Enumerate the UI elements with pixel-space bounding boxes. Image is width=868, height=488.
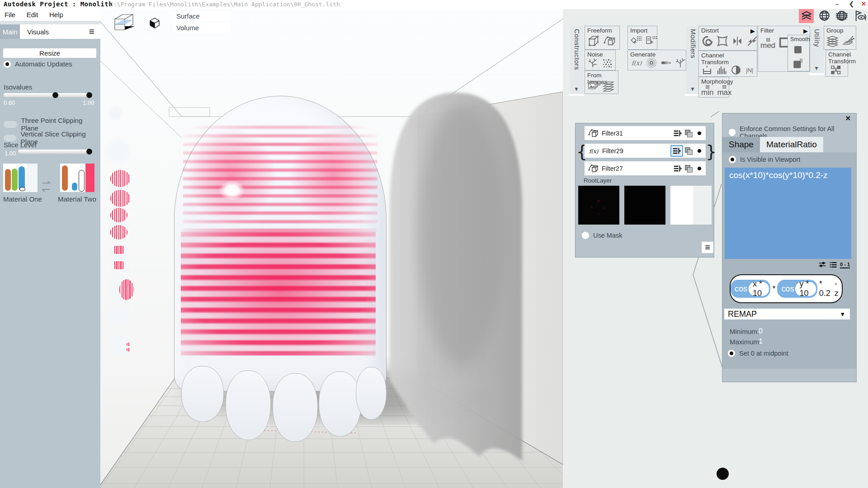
morphology-min-button[interactable]: min [701,84,713,96]
automatic-updates-radio[interactable] [4,61,11,68]
swap-materials-icon[interactable]: ⇀↽ [42,180,51,192]
list-icon[interactable] [829,261,837,269]
section-modifiers[interactable]: Modifiers ▼ [686,26,700,94]
slice-preview[interactable] [108,205,131,244]
inspect-mode-button[interactable] [853,8,868,23]
material-one-swatch[interactable] [3,164,38,192]
layer-blend-icon[interactable] [683,164,694,174]
token-cos-1[interactable]: cos x * 10 [731,280,770,298]
mirror-icon[interactable] [731,35,743,47]
sidebar-menu-icon[interactable]: ≡ [86,27,98,37]
image-layers-icon[interactable] [603,80,614,92]
token-arg[interactable]: y * 10 [795,282,816,296]
vertical-slice-clipping-toggle[interactable] [4,135,16,141]
maximum-value[interactable]: 1 [759,338,763,346]
sliders-icon[interactable] [818,261,826,269]
channel-thumbnail-1[interactable] [578,186,619,225]
function-icon[interactable] [630,57,643,68]
resize-button[interactable]: Resize [3,48,96,58]
dither-noise-icon[interactable] [602,58,613,69]
restore-button[interactable]: ❮ [849,0,854,7]
skew-mirror-icon[interactable] [746,35,758,47]
slice-preview[interactable] [104,136,133,166]
filter-expand-icon[interactable]: ▶ [803,28,808,34]
view-cube-icon[interactable] [112,13,136,33]
minimum-value[interactable]: 0 [759,327,763,335]
absolute-icon[interactable] [745,65,757,75]
menu-edit[interactable]: Edit [22,9,43,19]
menu-file[interactable]: File [0,9,20,19]
layer-options-icon-selected[interactable] [670,145,683,157]
swirl-icon[interactable] [702,35,713,47]
constructors-collapse-icon[interactable]: ▼ [574,86,579,92]
use-mask-radio[interactable] [582,232,589,239]
slice-preview[interactable] [107,168,133,210]
remap-dropdown[interactable]: REMAP ▼ [724,309,850,319]
utility-collapse-icon[interactable]: ▼ [814,65,819,71]
slice-level-slider[interactable] [18,150,92,154]
display-mode-surface[interactable]: Surface [173,11,231,21]
slice-level-handle[interactable] [86,149,92,155]
layer-blend-icon[interactable] [683,146,694,156]
slice-preview[interactable] [108,331,134,358]
minimize-button[interactable]: – [835,0,839,7]
channel-thumbnail-3[interactable] [670,186,712,225]
enforce-common-radio[interactable] [729,129,736,136]
material-two-swatch[interactable] [60,164,94,192]
gradient-icon[interactable] [660,57,672,68]
import-file-icon[interactable] [645,35,657,47]
layer-row-filter31[interactable]: Filter31 [585,126,706,140]
import-mesh-icon[interactable] [630,35,642,47]
isovalues-slider[interactable] [4,93,92,97]
globe-mode-button[interactable] [817,8,832,23]
section-utility[interactable]: Utility ▼ [810,26,824,73]
token-cos-2[interactable]: cos y * 10 [777,280,817,298]
layer-row-filter27[interactable]: Filter27 [585,161,706,175]
layer-blend-icon[interactable] [683,128,694,138]
set-zero-midpoint-radio[interactable] [728,350,735,357]
layers-mode-button[interactable] [799,8,814,23]
slices-mode-button[interactable] [834,8,849,23]
token-arg[interactable]: x * 10 [749,282,769,296]
layer-active-dot[interactable] [698,131,701,135]
pinch-icon[interactable] [717,35,728,47]
layers-panel-menu-icon[interactable]: ≡ [702,242,713,253]
close-button[interactable]: ✕ [861,0,866,7]
smooth-sharpen-icon[interactable] [792,58,804,70]
lattice-cube-icon[interactable] [587,35,600,47]
panel-close-icon[interactable]: ✕ [845,114,851,122]
range-0-1-icon[interactable]: 0 - 1 [840,262,850,268]
scatter-layers-icon[interactable] [842,35,854,47]
display-mode-volume[interactable]: Volume [173,23,231,33]
three-point-clipping-toggle[interactable] [4,121,17,128]
layer-active-dot[interactable] [698,149,701,153]
smooth-icon[interactable] [793,44,803,55]
layer-options-icon[interactable] [672,128,683,138]
bezier-cube-icon[interactable] [604,35,616,47]
filter-median-button[interactable]: med [760,38,775,49]
viewport-3d[interactable]: Surface Volume [100,9,563,488]
material-color-dot[interactable] [717,468,729,480]
slice-preview[interactable] [108,240,130,278]
stack-layers-icon[interactable] [826,35,839,47]
swap-channels-icon[interactable] [830,64,841,75]
tab-visuals[interactable]: Visuals [20,24,56,39]
isovalues-handle-high[interactable] [86,92,92,98]
volume-cube-icon[interactable] [148,17,161,29]
is-visible-radio[interactable] [729,156,736,163]
expression-textarea[interactable]: cos(x*10)*cos(y*10)*0.2-z [725,168,851,259]
image-stack-icon[interactable] [587,80,599,92]
ripple-icon[interactable] [646,57,657,68]
modifiers-collapse-icon[interactable]: ▼ [690,86,695,92]
section-constructors[interactable]: Constructors ▼ [570,26,584,94]
expression-token-editor[interactable]: cos x * 10 * cos y * 10 * 0.2 - z [730,274,843,303]
slice-preview[interactable] [107,105,124,122]
slice-preview[interactable] [105,302,130,332]
menu-help[interactable]: Help [45,9,68,19]
tree-icon[interactable] [675,57,686,68]
layer-active-dot[interactable] [698,167,701,170]
channel-thumbnail-2[interactable] [624,186,665,225]
contrast-icon[interactable] [731,65,741,75]
histogram-icon[interactable] [716,65,727,75]
layer-row-filter29[interactable]: Filter29 [585,144,706,158]
